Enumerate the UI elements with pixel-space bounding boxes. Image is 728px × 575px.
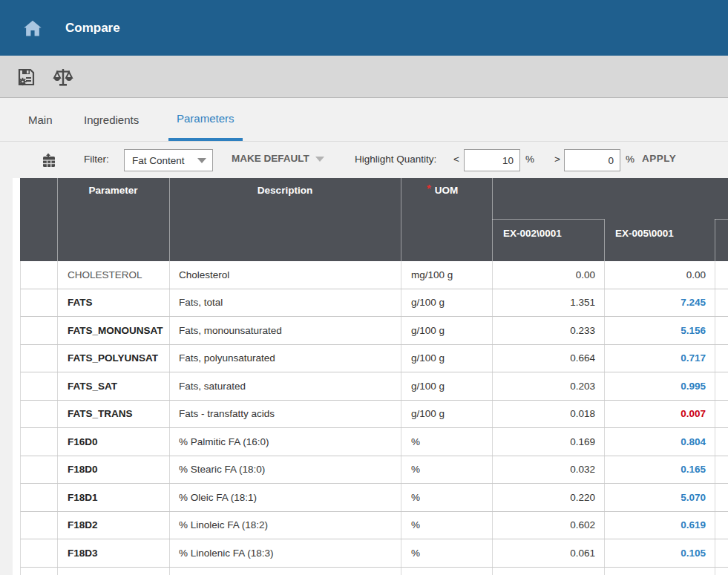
tab-main[interactable]: Main <box>20 98 61 141</box>
uom-cell: % <box>401 456 493 484</box>
divider <box>604 219 605 261</box>
chevron-down-icon <box>315 157 324 162</box>
ex005-value-cell: 7.245 <box>605 289 715 317</box>
description-cell: % Linolenic FA (18:3) <box>170 539 401 567</box>
table-row[interactable] <box>20 568 728 575</box>
row-gutter-cell <box>21 568 58 575</box>
parameter-cell: F18D0 <box>58 456 170 484</box>
description-cell: Fats, monounsaturated <box>170 317 401 344</box>
ex005-value-cell: 0.717 <box>605 345 715 372</box>
overflow-cell <box>715 401 728 428</box>
overflow-cell <box>715 568 728 575</box>
divider <box>492 178 493 261</box>
apply-button[interactable]: APPLY <box>642 153 676 164</box>
column-header-uom: UOM <box>401 185 492 196</box>
row-gutter-cell <box>21 261 58 289</box>
filter-dropdown-value: Fat Content <box>125 155 197 166</box>
table-row[interactable]: CHOLESTEROL Cholesterol mg/100 g 0.00 0.… <box>20 261 728 289</box>
ex005-value-cell: 0.165 <box>605 456 715 484</box>
table-row[interactable]: FATS_MONOUNSAT Fats, monounsaturated g/1… <box>20 317 728 345</box>
table-row[interactable]: F18D1 % Oleic FA (18:1) % 0.220 5.070 <box>20 484 728 512</box>
less-than-input[interactable] <box>464 149 520 171</box>
tab-parameters[interactable]: Parameters <box>168 98 243 141</box>
overflow-cell <box>715 512 728 539</box>
table-row[interactable]: FATS_SAT Fats, saturated g/100 g 0.203 0… <box>20 372 728 401</box>
ex002-value-cell: 0.602 <box>493 512 605 539</box>
parameter-cell: F18D2 <box>58 512 170 539</box>
page-title: Compare <box>65 21 120 36</box>
parameter-cell: F16D0 <box>58 428 170 456</box>
row-gutter-cell <box>21 345 58 372</box>
comparison-table-card: Parameter Description * UOM EX-002\0001 … <box>13 178 728 575</box>
save-settings-icon[interactable] <box>15 66 37 88</box>
parameter-cell: FATS_SAT <box>58 372 170 400</box>
parameter-cell <box>58 568 170 575</box>
table-row[interactable]: F16D0 % Palmitic FA (16:0) % 0.169 0.804 <box>20 428 728 456</box>
row-gutter-cell <box>21 484 58 511</box>
ex002-value-cell: 0.664 <box>493 345 605 372</box>
percent-label: % <box>626 154 634 165</box>
row-gutter-cell <box>21 539 58 567</box>
tab-ingredients[interactable]: Ingredients <box>76 98 147 141</box>
ex002-value-cell: 0.203 <box>493 372 605 400</box>
column-header-ex002: EX-002\0001 <box>503 228 562 239</box>
ex005-value-cell: 0.007 <box>605 401 715 428</box>
uom-cell: mg/100 g <box>401 261 493 289</box>
column-header-ex005: EX-005\0001 <box>615 228 674 239</box>
parameter-cell: CHOLESTEROL <box>58 261 170 289</box>
chevron-down-icon <box>197 158 206 163</box>
grid-icon[interactable] <box>40 151 58 169</box>
less-than-symbol: < <box>453 154 459 165</box>
divider <box>492 219 604 220</box>
make-default-button[interactable]: MAKE DEFAULT <box>232 153 324 164</box>
ex002-value-cell <box>493 568 605 575</box>
ex002-value-cell: 0.018 <box>493 401 605 428</box>
tab-bar: Main Ingredients Parameters <box>0 98 728 141</box>
app-bar: Compare <box>0 0 728 56</box>
home-icon[interactable] <box>22 18 43 39</box>
description-cell: Fats, polyunsaturated <box>170 345 401 372</box>
overflow-cell <box>715 428 728 456</box>
overflow-cell <box>715 317 728 344</box>
parameter-cell: FATS_MONOUNSAT <box>58 317 170 344</box>
description-cell <box>170 568 401 575</box>
greater-than-input[interactable] <box>564 149 620 171</box>
table-row[interactable]: FATS_POLYUNSAT Fats, polyunsaturated g/1… <box>20 345 728 373</box>
description-cell: Fats, saturated <box>170 372 401 400</box>
ex005-value-cell <box>605 568 715 575</box>
description-cell: % Oleic FA (18:1) <box>170 484 401 511</box>
filter-dropdown[interactable]: Fat Content <box>124 149 213 171</box>
table-row[interactable]: F18D0 % Stearic FA (18:0) % 0.032 0.165 <box>20 456 728 484</box>
overflow-cell <box>715 539 728 567</box>
uom-cell: g/100 g <box>401 317 493 344</box>
uom-cell: % <box>401 428 493 456</box>
ex002-value-cell: 0.00 <box>493 261 605 289</box>
description-cell: % Palmitic FA (16:0) <box>170 428 401 456</box>
row-gutter-cell <box>21 372 58 400</box>
parameter-cell: FATS_TRANS <box>58 401 170 428</box>
table-body: CHOLESTEROL Cholesterol mg/100 g 0.00 0.… <box>20 261 728 575</box>
row-gutter-cell <box>21 428 58 456</box>
row-gutter-cell <box>21 512 58 539</box>
make-default-label: MAKE DEFAULT <box>232 153 309 164</box>
table-row[interactable]: FATS_TRANS Fats - transfatty acids g/100… <box>20 401 728 429</box>
ex002-value-cell: 0.061 <box>493 539 605 567</box>
overflow-cell <box>715 372 728 400</box>
uom-cell: g/100 g <box>401 289 493 317</box>
description-cell: % Linoleic FA (18:2) <box>170 512 401 539</box>
ex005-value-cell: 5.070 <box>605 484 715 511</box>
table-header: Parameter Description * UOM EX-002\0001 … <box>20 178 728 261</box>
description-cell: Fats, total <box>170 289 401 317</box>
ex005-value-cell: 5.156 <box>605 317 715 344</box>
overflow-cell <box>715 345 728 372</box>
table-row[interactable]: F18D2 % Linoleic FA (18:2) % 0.602 0.619 <box>20 512 728 540</box>
ex005-value-cell: 0.804 <box>605 428 715 456</box>
parameter-cell: F18D1 <box>58 484 170 511</box>
table-row[interactable]: FATS Fats, total g/100 g 1.351 7.245 <box>20 289 728 318</box>
table-row[interactable]: F18D3 % Linolenic FA (18:3) % 0.061 0.10… <box>20 539 728 568</box>
balance-icon[interactable] <box>52 66 74 88</box>
parameter-cell: F18D3 <box>58 539 170 567</box>
description-cell: Fats - transfatty acids <box>170 401 401 428</box>
row-gutter-cell <box>21 289 58 317</box>
description-cell: % Stearic FA (18:0) <box>170 456 401 484</box>
